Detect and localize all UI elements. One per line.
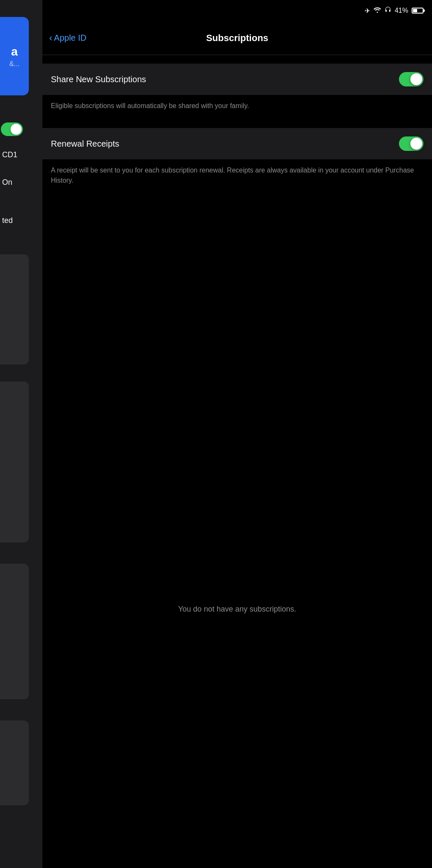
share-subscriptions-label: Share New Subscriptions <box>51 75 146 84</box>
renewal-receipts-description: A receipt will be sent to you for each s… <box>42 159 432 194</box>
sidebar-toggle-area <box>0 112 23 146</box>
sidebar-card-sub: &... <box>9 60 20 68</box>
back-button[interactable]: ‹ Apple ID <box>49 33 86 44</box>
share-subscriptions-row: Share New Subscriptions <box>42 64 432 95</box>
battery-fill <box>413 9 417 12</box>
page-title: Subscriptions <box>206 33 268 44</box>
share-subscriptions-description: Eligible subscriptions will automaticall… <box>42 95 432 120</box>
sidebar-item-2 <box>0 381 29 542</box>
headphones-icon <box>385 6 391 15</box>
sidebar-label-ted: ted <box>0 216 34 225</box>
status-bar: ✈ 41% <box>42 0 432 21</box>
sidebar-item-4 <box>0 721 29 805</box>
airplane-icon: ✈ <box>365 7 370 15</box>
main-content: ✈ 41% ‹ Apple ID Subsc <box>42 0 432 868</box>
sidebar-toggle[interactable] <box>1 122 23 136</box>
sidebar-label-cd1: CD1 <box>0 150 34 159</box>
battery-percent: 41% <box>395 7 408 14</box>
wifi-icon <box>373 7 381 14</box>
empty-state: You do not have any subscriptions. <box>42 605 432 614</box>
battery-icon <box>412 8 424 14</box>
share-subscriptions-toggle[interactable] <box>399 72 424 86</box>
status-icons: ✈ 41% <box>365 6 424 15</box>
sidebar-toggle-knob <box>11 124 22 135</box>
nav-header: ‹ Apple ID Subscriptions <box>42 21 432 55</box>
sidebar-label-on: On <box>0 178 34 187</box>
share-subscriptions-toggle-knob <box>410 73 422 85</box>
sidebar-blue-card[interactable]: a &... <box>0 17 29 95</box>
back-label: Apple ID <box>54 33 86 43</box>
empty-state-text: You do not have any subscriptions. <box>178 605 296 614</box>
share-subscriptions-section: Share New Subscriptions <box>42 64 432 95</box>
sidebar-item-1 <box>0 254 29 364</box>
renewal-receipts-row: Renewal Receipts <box>42 128 432 159</box>
renewal-receipts-section: Renewal Receipts <box>42 128 432 159</box>
renewal-receipts-toggle-knob <box>410 138 422 150</box>
left-sidebar: a &... CD1 On ted <box>0 0 42 868</box>
back-chevron-icon: ‹ <box>49 33 52 44</box>
renewal-receipts-label: Renewal Receipts <box>51 139 119 149</box>
renewal-receipts-toggle[interactable] <box>399 136 424 151</box>
sidebar-item-3 <box>0 564 29 699</box>
sidebar-card-letter: a <box>11 45 18 58</box>
